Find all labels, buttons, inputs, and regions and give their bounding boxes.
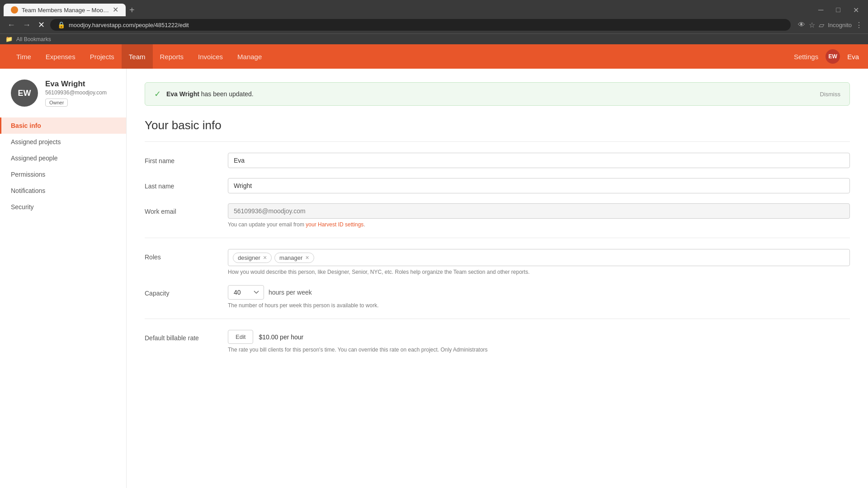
- browser-nav-bar: ← → ✕ 🔒 moodjoy.harvestapp.com/people/48…: [0, 16, 868, 33]
- sidebar-item-security[interactable]: Security: [0, 199, 126, 215]
- sidebar-item-assigned-people[interactable]: Assigned people: [0, 150, 126, 166]
- last-name-input[interactable]: [228, 178, 850, 193]
- sidebar-user-name: Eva Wright: [45, 80, 115, 89]
- address-text: moodjoy.harvestapp.com/people/4851222/ed…: [69, 22, 189, 28]
- roles-wrap: designer × manager × How you would descr…: [228, 249, 850, 275]
- address-bar[interactable]: 🔒 moodjoy.harvestapp.com/people/4851222/…: [50, 19, 791, 31]
- nav-item-reports[interactable]: Reports: [153, 44, 191, 69]
- role-tag-designer-label: designer: [238, 254, 260, 261]
- capacity-unit: hours per week: [269, 289, 312, 296]
- last-name-wrap: [228, 178, 850, 193]
- role-tag-designer-remove[interactable]: ×: [263, 254, 267, 261]
- success-name: Eva Wright: [166, 90, 199, 98]
- role-tag-manager-label: manager: [279, 254, 302, 261]
- bookmarks-label: All Bookmarks: [16, 36, 51, 42]
- capacity-select[interactable]: 40 20 30 50 60: [228, 285, 264, 300]
- dismiss-button[interactable]: Dismiss: [820, 91, 841, 98]
- success-message-text: has been updated.: [199, 90, 254, 98]
- nav-item-team[interactable]: Team: [122, 44, 153, 69]
- nav-item-invoices[interactable]: Invoices: [191, 44, 230, 69]
- capacity-row: Capacity 40 20 30 50 60 hours per week T…: [145, 285, 850, 309]
- harvest-id-settings-link[interactable]: your Harvest ID settings: [306, 221, 363, 228]
- last-name-label: Last name: [145, 178, 217, 190]
- sidebar: EW Eva Wright 56109936@moodjoy.com Owner…: [0, 69, 127, 488]
- sidebar-item-assigned-projects[interactable]: Assigned projects: [0, 134, 126, 150]
- browser-tabs-bar: Team Members Manage – Moo… ✕ + ─ □ ✕: [0, 0, 868, 16]
- work-email-hint: You can update your email from your Harv…: [228, 221, 850, 228]
- sidebar-item-basic-info[interactable]: Basic info: [0, 117, 126, 134]
- sidebar-nav: Basic info Assigned projects Assigned pe…: [0, 117, 126, 215]
- role-tag-manager: manager ×: [274, 253, 314, 263]
- browser-chrome: Team Members Manage – Moo… ✕ + ─ □ ✕ ← →…: [0, 0, 868, 44]
- browser-nav-icons: 👁 ☆ ▱ Incognito ⋮: [798, 21, 863, 29]
- nav-item-manage[interactable]: Manage: [230, 44, 269, 69]
- billable-rate-label: Default billable rate: [145, 330, 217, 342]
- section-divider-3: [145, 319, 850, 319]
- success-banner: ✓ Eva Wright has been updated. Dismiss: [145, 82, 850, 106]
- main-layout: EW Eva Wright 56109936@moodjoy.com Owner…: [0, 69, 868, 488]
- sidebar-item-permissions[interactable]: Permissions: [0, 166, 126, 183]
- incognito-icon: Incognito: [828, 22, 852, 28]
- last-name-row: Last name: [145, 178, 850, 193]
- first-name-row: First name: [145, 153, 850, 168]
- nav-right: Settings EW Eva: [794, 49, 859, 64]
- username-nav: Eva: [847, 53, 859, 61]
- tab-title: Team Members Manage – Moo…: [22, 7, 109, 14]
- sidebar-item-notifications[interactable]: Notifications: [0, 183, 126, 199]
- nav-item-expenses[interactable]: Expenses: [38, 44, 83, 69]
- new-tab-button[interactable]: +: [126, 5, 138, 15]
- forward-button[interactable]: →: [21, 19, 33, 31]
- work-email-hint-text: You can update your email from: [228, 221, 306, 228]
- role-tag-manager-remove[interactable]: ×: [305, 254, 309, 261]
- roles-label: Roles: [145, 249, 217, 261]
- work-email-label: Work email: [145, 203, 217, 215]
- reload-button[interactable]: ✕: [36, 19, 47, 31]
- section-divider: [145, 141, 850, 142]
- first-name-label: First name: [145, 153, 217, 164]
- sidebar-user-info: Eva Wright 56109936@moodjoy.com Owner: [45, 80, 115, 107]
- section-divider-2: [145, 238, 850, 238]
- billable-rate-hint: The rate you bill clients for this perso…: [228, 347, 850, 353]
- success-message: Eva Wright has been updated.: [166, 90, 815, 98]
- star-icon[interactable]: ☆: [809, 21, 815, 29]
- bookmarks-bar: 📁 All Bookmarks: [0, 33, 868, 44]
- minimize-button[interactable]: ─: [813, 4, 829, 16]
- rate-edit-button[interactable]: Edit: [228, 330, 253, 344]
- section-title: Your basic info: [145, 118, 850, 132]
- close-button[interactable]: ✕: [848, 4, 864, 16]
- roles-input[interactable]: designer × manager ×: [228, 249, 850, 266]
- capacity-wrap-outer: 40 20 30 50 60 hours per week The number…: [228, 285, 850, 309]
- billable-rate-row: Default billable rate Edit $10.00 per ho…: [145, 330, 850, 353]
- roles-hint: How you would describe this person, like…: [228, 269, 850, 275]
- first-name-input[interactable]: [228, 153, 850, 168]
- user-avatar-nav: EW: [826, 49, 840, 64]
- eye-slash-icon: 👁: [798, 21, 805, 29]
- tab-favicon: [11, 6, 18, 14]
- tab-close-button[interactable]: ✕: [113, 6, 118, 14]
- billable-rate-wrap: Edit $10.00 per hour The rate you bill c…: [228, 330, 850, 353]
- rate-value: $10.00 per hour: [259, 333, 303, 341]
- settings-link[interactable]: Settings: [794, 53, 818, 61]
- work-email-wrap: You can update your email from your Harv…: [228, 203, 850, 228]
- roles-row: Roles designer × manager × How you would…: [145, 249, 850, 275]
- capacity-hint: The number of hours per week this person…: [228, 302, 850, 309]
- success-check-icon: ✓: [154, 89, 161, 99]
- first-name-wrap: [228, 153, 850, 168]
- sidebar-profile: EW Eva Wright 56109936@moodjoy.com Owner: [0, 80, 126, 117]
- rate-controls: Edit $10.00 per hour: [228, 330, 850, 344]
- tablet-icon[interactable]: ▱: [819, 21, 824, 29]
- capacity-controls: 40 20 30 50 60 hours per week: [228, 285, 850, 300]
- work-email-hint-end: .: [363, 221, 365, 228]
- sidebar-user-email: 56109936@moodjoy.com: [45, 89, 115, 96]
- nav-item-time[interactable]: Time: [9, 44, 38, 69]
- work-email-input: [228, 203, 850, 219]
- browser-tab-active[interactable]: Team Members Manage – Moo… ✕: [4, 4, 126, 16]
- app-nav: Time Expenses Projects Team Reports Invo…: [0, 44, 868, 69]
- work-email-row: Work email You can update your email fro…: [145, 203, 850, 228]
- back-button[interactable]: ←: [5, 19, 17, 31]
- maximize-button[interactable]: □: [830, 4, 846, 16]
- nav-item-projects[interactable]: Projects: [83, 44, 122, 69]
- main-content: ✓ Eva Wright has been updated. Dismiss Y…: [127, 69, 868, 488]
- sidebar-role-badge: Owner: [45, 99, 68, 107]
- menu-icon[interactable]: ⋮: [855, 21, 863, 29]
